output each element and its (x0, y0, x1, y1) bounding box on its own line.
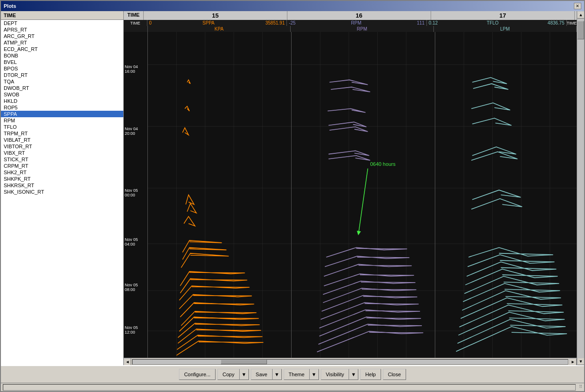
sidebar-item-bvel[interactable]: BVEL (1, 59, 123, 65)
scroll-down-btn[interactable]: ▼ (577, 358, 584, 365)
chart-viewport: TIME 15 16 17 TIME 0 (124, 11, 577, 365)
copy-arrow-icon: ▼ (242, 372, 247, 377)
col-15-svg (148, 32, 291, 358)
col-16-scale-max: 111 (417, 20, 425, 25)
sidebar-item-dept[interactable]: DEPT (1, 20, 123, 26)
title-bar: Plots ✕ (1, 1, 584, 11)
sidebar-item-dwob_rt[interactable]: DWOB_RT (1, 85, 123, 91)
h-scrollbar-track[interactable] (132, 359, 568, 365)
col-17-header: 17 (431, 11, 575, 20)
time-label-5: Nov 05 08:00 (125, 283, 138, 292)
sidebar-item-vibtor_rt[interactable]: VIBTOR_RT (1, 143, 123, 150)
scale-row: TIME 0 SPPA 35851.91 -25 RPM 111 (124, 20, 577, 26)
column-headers: TIME 15 16 17 (124, 11, 577, 20)
sidebar-item-trpm_rt[interactable]: TRPM_RT (1, 130, 123, 137)
col-16-scale: -25 RPM 111 (287, 20, 427, 26)
col-17-plot (435, 32, 577, 358)
sidebar-item-crpm_rt[interactable]: CRPM_RT (1, 163, 123, 169)
time-unit (124, 26, 148, 32)
h-scrollbar-thumb[interactable] (221, 360, 267, 364)
copy-split-button: Copy ▼ (217, 369, 249, 380)
scroll-right-btn[interactable]: ► (569, 358, 577, 366)
main-content: TIME DEPTAPRS_RTARC_GR_RTATMP_RTECD_ARC_… (1, 11, 584, 365)
col-16-scale-min: -25 (289, 20, 295, 25)
col-15-scale-label: SPPA (203, 20, 215, 25)
copy-button[interactable]: Copy (217, 369, 239, 380)
sidebar-item-atmp_rt[interactable]: ATMP_RT (1, 39, 123, 46)
sidebar-item-swob[interactable]: SWOB (1, 91, 123, 98)
theme-button[interactable]: Theme (284, 369, 309, 380)
col-17-scale: 0.12 TFLO 4836.75 (427, 20, 567, 26)
time-header: TIME (124, 11, 144, 20)
time-axis: Nov 04 16:00 Nov 04 20:00 Nov 05 00:00 N… (124, 32, 148, 358)
col-extra-scale: TIME (567, 20, 577, 26)
sidebar-item-stick_rt[interactable]: STICK_RT (1, 156, 123, 163)
col-16-svg: 0640 hours (292, 32, 435, 358)
sidebar-item-bonb[interactable]: BONB (1, 52, 123, 59)
h-scrollbar[interactable]: ◄ ► (124, 358, 577, 365)
svg-text:0640 hours: 0640 hours (370, 161, 395, 167)
theme-split-button: Theme ▼ (284, 369, 319, 380)
sidebar-item-bpos[interactable]: BPOS (1, 65, 123, 72)
time-label-6: Nov 05 12:00 (125, 325, 138, 335)
plot-area: Nov 04 16:00 Nov 04 20:00 Nov 05 00:00 N… (124, 32, 577, 358)
v-scrollbar[interactable]: ▲ ▼ (577, 11, 584, 365)
col-16-plot: 0640 hours (292, 32, 435, 358)
sidebar-item-sppa[interactable]: SPPA (1, 111, 123, 117)
col-16-unit: RPM (291, 26, 433, 32)
col-15-scale-min: 0 (149, 20, 152, 25)
col-15-scale: 0 SPPA 35851.91 (147, 20, 287, 26)
sidebar-item-shk2_rt[interactable]: SHK2_RT (1, 169, 123, 176)
save-button[interactable]: Save (251, 369, 272, 380)
chart-area: TIME 15 16 17 TIME 0 (124, 11, 584, 365)
time-label-1: Nov 04 16:00 (125, 64, 138, 74)
v-scrollbar-track[interactable] (577, 19, 584, 358)
sidebar-item-tflo[interactable]: TFLO (1, 124, 123, 130)
col-15-scale-max: 35851.91 (265, 20, 285, 25)
sidebar-item-tqa[interactable]: TQA (1, 78, 123, 85)
sidebar-item-dtor_rt[interactable]: DTOR_RT (1, 72, 123, 78)
col-16-header: 16 (287, 11, 431, 20)
visibility-arrow-icon: ▼ (351, 372, 356, 377)
time-label-4: Nov 05 04:00 (125, 237, 138, 247)
sidebar-item-rpm[interactable]: RPM (1, 117, 123, 124)
help-button[interactable]: Help (360, 369, 381, 380)
sidebar-item-ecd_arc_rt[interactable]: ECD_ARC_RT (1, 46, 123, 52)
copy-dropdown-btn[interactable]: ▼ (239, 369, 249, 380)
status-bar: ⠿ (1, 383, 584, 391)
sidebar-item-aprs_rt[interactable]: APRS_RT (1, 26, 123, 33)
sidebar-item-shk_isonic_rt[interactable]: SHK_ISONIC_RT (1, 189, 123, 195)
sidebar-item-viblat_rt[interactable]: VIBLAT_RT (1, 137, 123, 143)
col-17-scale-label: TFLO (487, 20, 499, 25)
configure-button[interactable]: Configure... (179, 369, 216, 380)
svg-line-20 (359, 169, 368, 234)
theme-arrow-icon: ▼ (312, 372, 317, 377)
status-panel (3, 384, 576, 391)
close-button-bottom[interactable]: Close (383, 369, 406, 380)
v-scrollbar-thumb[interactable] (577, 21, 584, 39)
sidebar-item-hkld[interactable]: HKLD (1, 98, 123, 104)
visibility-dropdown-btn[interactable]: ▼ (349, 369, 358, 380)
col-15-plot (148, 32, 292, 358)
resize-grip[interactable]: ⠿ (576, 384, 582, 391)
scroll-up-btn[interactable]: ▲ (577, 11, 584, 19)
scroll-left-btn[interactable]: ◄ (124, 358, 131, 366)
visibility-button[interactable]: Visibility (321, 369, 349, 380)
save-dropdown-btn[interactable]: ▼ (272, 369, 282, 380)
sidebar-item-shkpk_rt[interactable]: SHKPK_RT (1, 176, 123, 182)
sidebar-item-rop5[interactable]: ROP5 (1, 104, 123, 111)
sidebar-header: TIME (1, 11, 123, 20)
col-16-scale-label: RPM (351, 20, 361, 25)
col-17-scale-min: 0.12 (429, 20, 438, 25)
sidebar: TIME DEPTAPRS_RTARC_GR_RTATMP_RTECD_ARC_… (1, 11, 124, 365)
sidebar-item-vibx_rt[interactable]: VIBX_RT (1, 150, 123, 156)
sidebar-item-arc_gr_rt[interactable]: ARC_GR_RT (1, 33, 123, 39)
col-15-header: 15 (144, 11, 287, 20)
sidebar-list[interactable]: DEPTAPRS_RTARC_GR_RTATMP_RTECD_ARC_RTBON… (1, 20, 123, 365)
sidebar-item-shkrsk_rt[interactable]: SHKRSK_RT (1, 182, 123, 189)
unit-row: KPA RPM LPM (124, 26, 577, 32)
main-window: Plots ✕ TIME DEPTAPRS_RTARC_GR_RTATMP_RT… (0, 0, 585, 392)
title-bar-buttons: ✕ (574, 3, 581, 9)
close-button[interactable]: ✕ (574, 3, 581, 9)
theme-dropdown-btn[interactable]: ▼ (309, 369, 319, 380)
